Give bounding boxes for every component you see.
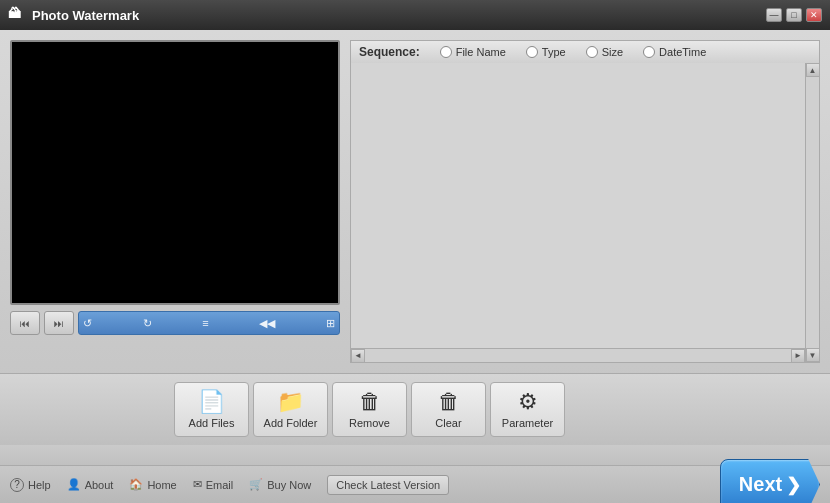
radio-size[interactable]: Size [586,46,623,58]
add-folder-label: Add Folder [264,417,318,429]
remove-icon: 🗑 [359,391,381,413]
maximize-button[interactable]: □ [786,8,802,22]
playback-controls: ⏮ ⏭ ↺ ↻ ≡ ◀◀ ⊞ [10,311,340,335]
vertical-scrollbar[interactable]: ▲ ▼ [805,63,819,362]
radio-type[interactable]: Type [526,46,566,58]
add-folder-icon: 📁 [277,391,304,413]
home-label: Home [147,479,176,491]
next-label: Next [739,473,782,496]
sequence-label: Sequence: [359,45,420,59]
bottom-bar: ? Help 👤 About 🏠 Home ✉ Email 🛒 Buy Now … [0,465,830,503]
buy-label: Buy Now [267,479,311,491]
clear-button[interactable]: 🗑 Clear [411,382,486,437]
radio-datetime-label: DateTime [659,46,706,58]
forward-icon: ↻ [143,317,152,330]
parameter-button[interactable]: ⚙ Parameter [490,382,565,437]
file-list-panel: Sequence: File Name Type Size DateTime [350,40,820,363]
radio-type-label: Type [542,46,566,58]
clear-icon: 🗑 [438,391,460,413]
preview-screen [10,40,340,305]
remove-button[interactable]: 🗑 Remove [332,382,407,437]
home-link[interactable]: 🏠 Home [129,478,176,491]
add-files-icon: 📄 [198,391,225,413]
email-icon: ✉ [193,478,202,491]
fullscreen-icon: ⊞ [326,317,335,330]
radio-filename[interactable]: File Name [440,46,506,58]
scroll-left-button[interactable]: ◄ [351,349,365,363]
email-link[interactable]: ✉ Email [193,478,234,491]
help-icon: ? [10,478,24,492]
app-icon: 🏔 [8,6,26,24]
minimize-button[interactable]: — [766,8,782,22]
help-label: Help [28,479,51,491]
about-icon: 👤 [67,478,81,491]
progress-bar[interactable]: ↺ ↻ ≡ ◀◀ ⊞ [78,311,340,335]
file-list-body: ▲ ▼ ◄ ► [350,63,820,363]
radio-datetime-dot [643,46,655,58]
middle-section [0,445,830,465]
about-link[interactable]: 👤 About [67,478,114,491]
content-area: ⏮ ⏭ ↺ ↻ ≡ ◀◀ ⊞ Sequence: File Name [0,30,830,373]
title-bar: 🏔 Photo Watermark — □ ✕ [0,0,830,30]
add-files-button[interactable]: 📄 Add Files [174,382,249,437]
scroll-down-button[interactable]: ▼ [806,348,820,362]
prev-icon: ◀◀ [259,317,275,330]
title-bar-left: 🏔 Photo Watermark [8,6,139,24]
radio-size-dot [586,46,598,58]
add-folder-button[interactable]: 📁 Add Folder [253,382,328,437]
radio-type-dot [526,46,538,58]
check-version-button[interactable]: Check Latest Version [327,475,449,495]
bottom-links: ? Help 👤 About 🏠 Home ✉ Email 🛒 Buy Now … [10,475,449,495]
toolbar: 📄 Add Files 📁 Add Folder 🗑 Remove 🗑 Clea… [0,373,830,445]
next-frame-button[interactable]: ⏭ [44,311,74,335]
buy-icon: 🛒 [249,478,263,491]
prev-button[interactable]: ⏮ [10,311,40,335]
main-window: ⏮ ⏭ ↺ ↻ ≡ ◀◀ ⊞ Sequence: File Name [0,30,830,503]
close-button[interactable]: ✕ [806,8,822,22]
title-bar-buttons: — □ ✕ [766,8,822,22]
rewind-icon: ↺ [83,317,92,330]
add-files-label: Add Files [189,417,235,429]
radio-size-label: Size [602,46,623,58]
about-label: About [85,479,114,491]
preview-panel: ⏮ ⏭ ↺ ↻ ≡ ◀◀ ⊞ [10,40,340,363]
next-button[interactable]: Next ❯ [720,459,820,504]
scroll-right-button[interactable]: ► [791,349,805,363]
home-icon: 🏠 [129,478,143,491]
app-title: Photo Watermark [32,8,139,23]
horizontal-scrollbar[interactable]: ◄ ► [351,348,805,362]
next-arrow-icon: ❯ [786,474,801,496]
file-list-header: Sequence: File Name Type Size DateTime [350,40,820,63]
menu-icon: ≡ [202,317,208,329]
buy-link[interactable]: 🛒 Buy Now [249,478,311,491]
email-label: Email [206,479,234,491]
clear-label: Clear [435,417,461,429]
parameter-label: Parameter [502,417,553,429]
scroll-up-button[interactable]: ▲ [806,63,820,77]
radio-filename-dot [440,46,452,58]
next-btn-container: Next ❯ [720,459,820,504]
parameter-icon: ⚙ [518,391,538,413]
remove-label: Remove [349,417,390,429]
help-link[interactable]: ? Help [10,478,51,492]
radio-datetime[interactable]: DateTime [643,46,706,58]
radio-filename-label: File Name [456,46,506,58]
